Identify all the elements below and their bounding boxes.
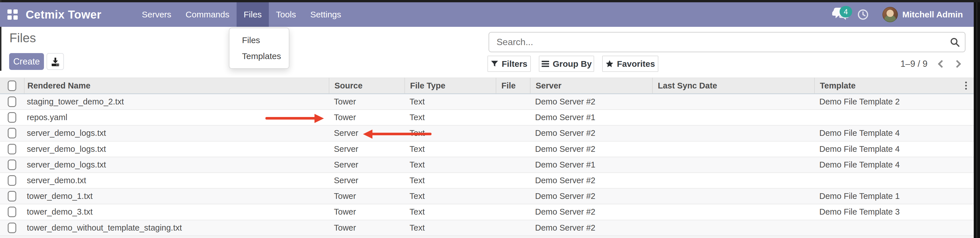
cell-last-sync-date[interactable] bbox=[652, 157, 814, 172]
cell-source[interactable]: Tower bbox=[329, 94, 404, 109]
cell-file-type[interactable]: Text bbox=[404, 94, 496, 109]
cell-rendered-name[interactable]: server_demo_logs.txt bbox=[24, 141, 329, 157]
cell-rendered-name[interactable]: server_demo.txt bbox=[24, 173, 329, 188]
cell-file-type[interactable]: Text bbox=[404, 220, 496, 235]
kebab-dots-icon[interactable] bbox=[965, 82, 967, 90]
row-checkbox[interactable] bbox=[8, 175, 16, 186]
cell-file[interactable] bbox=[496, 220, 530, 235]
cell-last-sync-date[interactable] bbox=[652, 141, 814, 157]
cell-server[interactable]: Demo Server #2 bbox=[530, 189, 652, 204]
cell-template[interactable]: Demo File Template 4 bbox=[814, 125, 958, 141]
cell-file[interactable] bbox=[496, 94, 530, 109]
cell-last-sync-date[interactable] bbox=[652, 125, 814, 141]
cell-source[interactable]: Tower bbox=[329, 110, 404, 125]
cell-file-type[interactable]: Text bbox=[404, 189, 496, 204]
cell-server[interactable]: Demo Server #2 bbox=[530, 94, 652, 109]
menu-files[interactable]: Files bbox=[237, 2, 269, 27]
export-button[interactable] bbox=[46, 53, 64, 70]
menu-tools[interactable]: Tools bbox=[269, 2, 303, 27]
cell-server[interactable]: Demo Server #1 bbox=[530, 157, 652, 172]
column-file[interactable]: File bbox=[496, 78, 530, 93]
table-row[interactable]: repos.yamlTowerTextDemo Server #1 bbox=[0, 110, 974, 125]
cell-rendered-name[interactable]: server_demo_logs.txt bbox=[24, 125, 329, 141]
cell-last-sync-date[interactable] bbox=[652, 110, 814, 125]
cell-server[interactable]: Demo Server #2 bbox=[530, 220, 652, 235]
column-source[interactable]: Source bbox=[329, 78, 404, 93]
activities-button[interactable] bbox=[857, 9, 869, 20]
cell-file-type[interactable]: Text bbox=[404, 204, 496, 219]
cell-template[interactable]: Demo File Template 1 bbox=[814, 189, 958, 204]
user-avatar[interactable] bbox=[882, 7, 898, 22]
table-row[interactable]: server_demo.txtServerTextDemo Server #2 bbox=[0, 173, 974, 189]
cell-file-type[interactable]: Text bbox=[404, 157, 496, 172]
messages-button[interactable]: 4 bbox=[832, 6, 850, 22]
row-checkbox[interactable] bbox=[8, 191, 16, 202]
cell-last-sync-date[interactable] bbox=[652, 173, 814, 188]
row-checkbox[interactable] bbox=[8, 144, 16, 154]
row-checkbox[interactable] bbox=[8, 112, 16, 123]
cell-file-type[interactable]: Text bbox=[404, 173, 496, 188]
column-template[interactable]: Template bbox=[814, 78, 958, 93]
cell-source[interactable]: Server bbox=[329, 157, 404, 172]
cell-source[interactable]: Server bbox=[329, 173, 404, 188]
brand-title[interactable]: Cetmix Tower bbox=[26, 2, 101, 27]
cell-last-sync-date[interactable] bbox=[652, 204, 814, 219]
row-checkbox[interactable] bbox=[8, 97, 16, 107]
menu-servers[interactable]: Servers bbox=[135, 2, 178, 27]
apps-grid-icon[interactable] bbox=[8, 10, 18, 20]
search-icon[interactable] bbox=[950, 37, 960, 48]
table-row[interactable]: tower_demo_without_template_staging.txtT… bbox=[0, 220, 974, 236]
cell-file[interactable] bbox=[496, 173, 530, 188]
row-checkbox[interactable] bbox=[8, 128, 16, 138]
cell-server[interactable]: Demo Server #2 bbox=[530, 141, 652, 157]
cell-file-type[interactable]: Text bbox=[404, 141, 496, 157]
group-by-button[interactable]: Group By bbox=[539, 56, 594, 72]
table-row[interactable]: server_demo_logs.txtServerTextDemo Serve… bbox=[0, 157, 974, 173]
cell-rendered-name[interactable]: tower_demo_without_template_staging.txt bbox=[24, 220, 329, 235]
cell-template[interactable]: Demo File Template 4 bbox=[814, 157, 958, 172]
cell-rendered-name[interactable]: staging_tower_demo_2.txt bbox=[24, 94, 329, 109]
cell-server[interactable]: Demo Server #2 bbox=[530, 204, 652, 219]
cell-template[interactable]: Demo File Template 4 bbox=[814, 141, 958, 157]
column-server[interactable]: Server bbox=[530, 78, 652, 93]
table-row[interactable]: server_demo_logs.txtServerTextDemo Serve… bbox=[0, 141, 974, 157]
cell-last-sync-date[interactable] bbox=[652, 220, 814, 235]
window-scrollbar[interactable] bbox=[974, 2, 980, 238]
column-file-type[interactable]: File Type bbox=[404, 78, 496, 93]
chevron-left-icon[interactable] bbox=[938, 60, 946, 68]
cell-template[interactable] bbox=[814, 220, 958, 235]
filters-button[interactable]: Filters bbox=[487, 56, 531, 72]
cell-template[interactable]: Demo File Template 2 bbox=[814, 94, 958, 109]
cell-last-sync-date[interactable] bbox=[652, 189, 814, 204]
dropdown-item-files[interactable]: Files bbox=[229, 32, 289, 48]
cell-server[interactable]: Demo Server #2 bbox=[530, 125, 652, 141]
cell-file[interactable] bbox=[496, 157, 530, 172]
cell-template[interactable] bbox=[814, 110, 958, 125]
cell-file[interactable] bbox=[496, 204, 530, 219]
cell-rendered-name[interactable]: tower_demo_1.txt bbox=[24, 189, 329, 204]
cell-file-type[interactable]: Text bbox=[404, 110, 496, 125]
favorites-button[interactable]: Favorites bbox=[602, 56, 659, 72]
cell-file[interactable] bbox=[496, 125, 530, 141]
cell-server[interactable]: Demo Server #1 bbox=[530, 110, 652, 125]
menu-settings[interactable]: Settings bbox=[303, 2, 348, 27]
table-row[interactable]: tower_demo_1.txtTowerTextDemo Server #2D… bbox=[0, 189, 974, 204]
select-all-checkbox[interactable] bbox=[8, 81, 16, 91]
menu-commands[interactable]: Commands bbox=[178, 2, 236, 27]
cell-file[interactable] bbox=[496, 141, 530, 157]
table-row[interactable]: server_demo_logs.txtServerTextDemo Serve… bbox=[0, 125, 974, 141]
cell-template[interactable]: Demo File Template 3 bbox=[814, 204, 958, 219]
dropdown-item-templates[interactable]: Templates bbox=[229, 48, 289, 64]
row-checkbox[interactable] bbox=[8, 206, 16, 217]
cell-rendered-name[interactable]: server_demo_logs.txt bbox=[24, 157, 329, 172]
cell-last-sync-date[interactable] bbox=[652, 94, 814, 109]
cell-rendered-name[interactable]: tower_demo_3.txt bbox=[24, 204, 329, 219]
create-button[interactable]: Create bbox=[9, 53, 44, 70]
cell-source[interactable]: Server bbox=[329, 141, 404, 157]
chevron-right-icon[interactable] bbox=[953, 60, 961, 68]
cell-file[interactable] bbox=[496, 189, 530, 204]
table-row[interactable]: tower_demo_3.txtTowerTextDemo Server #2D… bbox=[0, 204, 974, 220]
row-checkbox[interactable] bbox=[8, 222, 16, 233]
cell-source[interactable]: Tower bbox=[329, 204, 404, 219]
column-rendered-name[interactable]: Rendered Name bbox=[24, 78, 329, 93]
